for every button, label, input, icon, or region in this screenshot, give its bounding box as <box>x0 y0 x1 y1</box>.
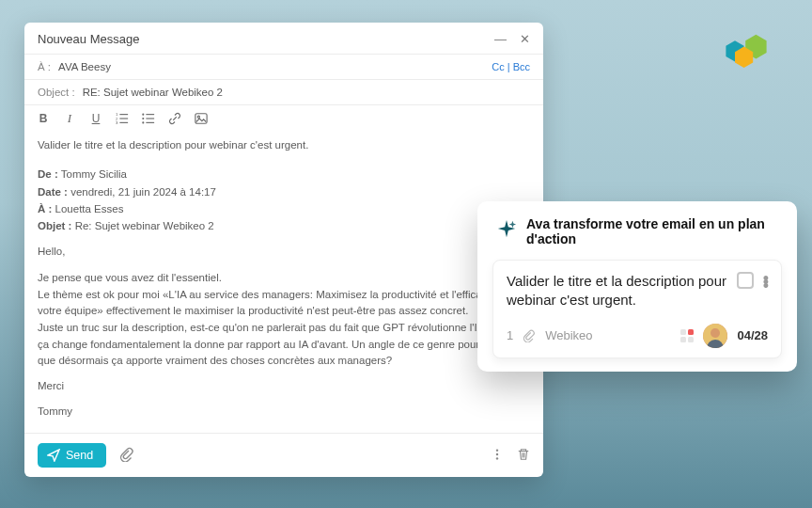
send-button[interactable]: Send <box>38 443 106 468</box>
task-text: Valider le titre et la description pour … <box>507 272 727 310</box>
bcc-link[interactable]: Bcc <box>513 61 530 72</box>
image-button[interactable] <box>194 111 209 126</box>
svg-point-16 <box>197 116 199 118</box>
send-icon <box>47 449 60 462</box>
cc-link[interactable]: Cc <box>492 61 504 72</box>
ordered-list-button[interactable]: 123 <box>115 111 130 126</box>
brand-logo <box>712 28 780 81</box>
sparkle-icon <box>496 219 517 244</box>
subject-value: RE: Sujet webinar Webikeo 2 <box>83 87 223 98</box>
compose-footer: Send <box>24 433 543 477</box>
italic-button[interactable]: I <box>62 111 77 126</box>
compose-window: Nouveau Message — ✕ À : AVA Beesy Cc | B… <box>24 23 543 477</box>
task-project: Webikeo <box>545 328 671 342</box>
to-value: AVA Beesy <box>58 61 111 72</box>
svg-point-12 <box>142 114 144 116</box>
svg-point-23 <box>710 328 720 338</box>
more-icon[interactable] <box>491 448 504 464</box>
svg-text:3: 3 <box>116 120 118 125</box>
paperclip-icon <box>523 329 536 342</box>
svg-rect-15 <box>195 114 207 124</box>
svg-point-13 <box>142 118 144 119</box>
svg-point-19 <box>496 457 498 459</box>
body-first-line: Valider le titre et la description pour … <box>38 137 530 153</box>
task-count: 1 <box>507 328 513 342</box>
window-title: Nouveau Message <box>38 32 139 46</box>
close-icon[interactable]: ✕ <box>520 32 530 46</box>
trash-icon[interactable] <box>517 448 530 464</box>
link-button[interactable] <box>167 111 182 126</box>
minimize-icon[interactable]: — <box>494 32 507 46</box>
to-row[interactable]: À : AVA Beesy Cc | Bcc <box>24 54 543 79</box>
bold-button[interactable]: B <box>36 111 51 126</box>
formatting-toolbar: B I U 123 <box>24 104 543 130</box>
attachment-icon[interactable] <box>119 447 134 465</box>
underline-button[interactable]: U <box>88 111 103 126</box>
unordered-list-button[interactable] <box>141 111 156 126</box>
task-more-icon[interactable]: ••• <box>763 272 768 283</box>
subject-label: Object : <box>38 87 75 98</box>
grid-icon[interactable] <box>680 329 694 342</box>
email-body[interactable]: Valider le titre et la description pour … <box>24 130 543 433</box>
assignee-avatar[interactable] <box>703 324 727 348</box>
ava-title: Ava transforme votre email en un plan d'… <box>526 216 782 246</box>
task-checkbox[interactable] <box>737 272 754 289</box>
to-label: À : <box>38 61 51 72</box>
ava-card: Ava transforme votre email en un plan d'… <box>477 201 797 372</box>
svg-point-17 <box>496 449 498 451</box>
svg-point-18 <box>496 452 498 454</box>
subject-row[interactable]: Object : RE: Sujet webinar Webikeo 2 <box>24 79 543 104</box>
ava-task-card[interactable]: Valider le titre et la description pour … <box>492 260 782 358</box>
task-date: 04/28 <box>737 328 768 342</box>
svg-point-14 <box>142 121 144 123</box>
